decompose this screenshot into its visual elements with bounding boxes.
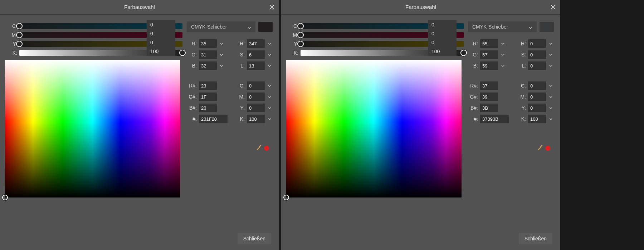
chevron-down-icon[interactable] bbox=[267, 84, 272, 88]
value-input-hex[interactable] bbox=[480, 115, 509, 123]
value-input-rh[interactable] bbox=[480, 81, 498, 90]
value-row-rh: R#: bbox=[468, 81, 509, 90]
value-input-bh[interactable] bbox=[480, 104, 498, 112]
value-input-b[interactable] bbox=[199, 61, 217, 70]
slider-value-y[interactable]: 0 bbox=[431, 40, 453, 45]
slider-thumb[interactable] bbox=[16, 32, 23, 38]
slider-value-y[interactable]: 0 bbox=[150, 40, 172, 45]
slider-value-k[interactable]: 100 bbox=[431, 49, 453, 54]
chevron-down-icon[interactable] bbox=[500, 42, 505, 45]
chevron-down-icon[interactable] bbox=[267, 106, 272, 110]
value-input-s[interactable] bbox=[247, 50, 265, 59]
chevron-down-icon[interactable] bbox=[219, 64, 224, 68]
mode-row: CMYK-Schieber bbox=[468, 21, 554, 32]
slider-thumb[interactable] bbox=[297, 32, 304, 38]
value-label: K: bbox=[235, 116, 245, 122]
color-field-gradient[interactable] bbox=[5, 60, 180, 198]
value-input-k[interactable] bbox=[528, 115, 546, 123]
value-label: M: bbox=[516, 94, 526, 100]
chevron-down-icon[interactable] bbox=[267, 95, 272, 99]
slider-value-m[interactable]: 0 bbox=[150, 31, 172, 36]
value-input-m[interactable] bbox=[528, 92, 546, 101]
value-input-g[interactable] bbox=[480, 50, 498, 59]
color-picker-panel: FarbauswahlC:M:Y:K:000100CMYK-SchieberR:… bbox=[0, 0, 279, 250]
value-label: L: bbox=[235, 63, 245, 69]
value-grid: R:H:G:S:B:L:R#:C:G#:M:B#:Y:#:K: bbox=[187, 39, 273, 123]
value-label: C: bbox=[235, 83, 245, 89]
slider-thumb[interactable] bbox=[16, 23, 23, 29]
right-column: CMYK-SchieberR:H:G:S:B:L:R#:C:G#:M:B#:Y:… bbox=[187, 21, 273, 123]
slider-thumb[interactable] bbox=[179, 50, 186, 56]
chevron-down-icon[interactable] bbox=[548, 84, 553, 88]
value-label: S: bbox=[235, 52, 245, 58]
slider-thumb[interactable] bbox=[16, 41, 23, 47]
value-input-l[interactable] bbox=[247, 61, 265, 70]
value-input-r[interactable] bbox=[480, 39, 498, 48]
chevron-down-icon[interactable] bbox=[500, 64, 505, 68]
color-field[interactable] bbox=[286, 60, 462, 198]
value-input-gh[interactable] bbox=[199, 92, 217, 101]
value-row-g: G: bbox=[468, 50, 509, 59]
value-input-bh[interactable] bbox=[199, 104, 217, 112]
close-button[interactable]: Schließen bbox=[519, 233, 552, 244]
value-input-g[interactable] bbox=[199, 50, 217, 59]
slider-value-m[interactable]: 0 bbox=[431, 31, 453, 36]
color-field-marker[interactable] bbox=[2, 195, 8, 200]
value-input-k[interactable] bbox=[247, 115, 265, 123]
value-input-h[interactable] bbox=[528, 39, 546, 48]
slider-label: Y: bbox=[288, 41, 298, 47]
slider-thumb[interactable] bbox=[297, 23, 304, 29]
chevron-down-icon[interactable] bbox=[267, 118, 272, 121]
slider-mode-select[interactable]: CMYK-Schieber bbox=[187, 21, 255, 32]
value-row-hex: #: bbox=[468, 115, 509, 123]
chevron-down-icon[interactable] bbox=[548, 42, 553, 45]
chevron-down-icon[interactable] bbox=[548, 118, 553, 121]
value-input-hex[interactable] bbox=[199, 115, 228, 123]
eyedropper-icon[interactable] bbox=[537, 143, 545, 151]
value-input-r[interactable] bbox=[199, 39, 217, 48]
chevron-down-icon bbox=[248, 25, 251, 29]
value-label: #: bbox=[187, 116, 197, 122]
value-input-b[interactable] bbox=[480, 61, 498, 70]
value-label: G#: bbox=[187, 94, 197, 100]
chevron-down-icon[interactable] bbox=[219, 53, 224, 56]
slider-thumb[interactable] bbox=[297, 41, 304, 47]
chevron-down-icon[interactable] bbox=[548, 53, 553, 56]
slider-value-k[interactable]: 100 bbox=[150, 49, 172, 54]
slider-mode-select[interactable]: CMYK-Schieber bbox=[468, 21, 537, 32]
value-input-rh[interactable] bbox=[199, 81, 217, 90]
close-icon[interactable] bbox=[268, 3, 276, 11]
dialog-footer: Schließen bbox=[519, 233, 552, 244]
slider-thumb[interactable] bbox=[460, 50, 467, 56]
value-input-m[interactable] bbox=[247, 92, 265, 101]
chevron-down-icon[interactable] bbox=[548, 95, 553, 99]
slider-value-c[interactable]: 0 bbox=[150, 22, 172, 28]
slider-value-c[interactable]: 0 bbox=[431, 22, 453, 28]
chevron-down-icon[interactable] bbox=[267, 42, 272, 45]
value-input-c[interactable] bbox=[528, 81, 546, 90]
chevron-down-icon[interactable] bbox=[219, 42, 224, 45]
value-input-y[interactable] bbox=[247, 104, 265, 112]
close-icon[interactable] bbox=[549, 3, 557, 11]
value-input-l[interactable] bbox=[528, 61, 546, 70]
value-input-h[interactable] bbox=[247, 39, 265, 48]
color-field-marker[interactable] bbox=[283, 195, 289, 200]
eyedropper-icon[interactable] bbox=[255, 143, 263, 151]
color-field-gradient[interactable] bbox=[286, 60, 462, 198]
chevron-down-icon[interactable] bbox=[500, 53, 505, 56]
chevron-down-icon[interactable] bbox=[548, 64, 553, 68]
tool-row bbox=[255, 143, 269, 152]
value-row-gh: G#: bbox=[187, 92, 228, 101]
close-button[interactable]: Schließen bbox=[238, 233, 271, 244]
color-field[interactable] bbox=[5, 60, 180, 198]
chevron-down-icon[interactable] bbox=[267, 53, 272, 56]
value-input-c[interactable] bbox=[247, 81, 265, 90]
value-input-y[interactable] bbox=[528, 104, 546, 112]
value-label: B#: bbox=[187, 105, 197, 111]
value-input-s[interactable] bbox=[528, 50, 546, 59]
chevron-down-icon[interactable] bbox=[548, 106, 553, 110]
value-row-b: B: bbox=[468, 61, 509, 70]
value-input-gh[interactable] bbox=[480, 92, 498, 101]
slider-label: C: bbox=[7, 23, 17, 29]
chevron-down-icon[interactable] bbox=[267, 64, 272, 68]
